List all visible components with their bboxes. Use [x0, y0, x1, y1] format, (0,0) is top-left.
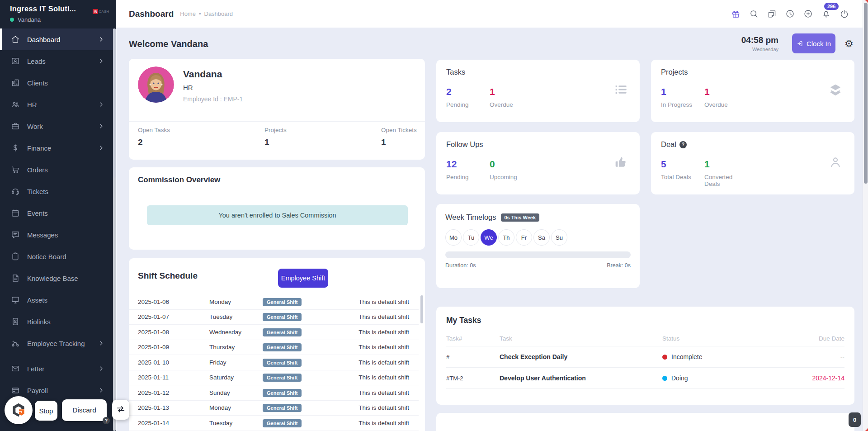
brand-header[interactable]: Ingress IT Soluti... IN CASH Vandana	[0, 0, 116, 28]
shift-day: Saturday	[209, 374, 263, 381]
shift-note: This is default shift	[340, 420, 409, 426]
employee-shift-button[interactable]: Employee Shift	[278, 269, 328, 288]
shift-date: 2025-01-13	[138, 404, 209, 411]
chevron-right-icon	[98, 365, 105, 372]
clock-in-button[interactable]: Clock In	[792, 33, 835, 53]
extension-logo-button[interactable]	[5, 396, 33, 424]
swap-arrows-icon	[116, 404, 126, 414]
bell-icon[interactable]: 296	[821, 9, 831, 19]
sidebar-item-messages[interactable]: Messages	[0, 224, 113, 246]
tickets-icon	[11, 187, 20, 196]
shift-day: Thursday	[209, 344, 263, 350]
sidebar-scrollbar-thumb[interactable]	[113, 28, 116, 178]
gear-icon[interactable]: ⚙	[844, 38, 854, 49]
sidebar-item-employee-tracking[interactable]: Employee Tracking	[0, 332, 113, 354]
brand-logo-primary: IN	[93, 9, 98, 14]
stop-button[interactable]: Stop	[35, 401, 57, 421]
shift-note: This is default shift	[340, 359, 409, 366]
chevron-right-icon	[98, 36, 105, 43]
sidebar-item-letter[interactable]: Letter	[0, 358, 113, 379]
shift-scrollbar-thumb[interactable]	[420, 295, 423, 323]
sidebar-item-label: Assets	[27, 296, 105, 304]
page-scrollbar-thumb[interactable]	[864, 3, 868, 184]
metric-label: Pending	[446, 101, 490, 108]
help-badge[interactable]: ?	[103, 417, 110, 424]
leads-icon	[11, 57, 20, 66]
shift-date: 2025-01-08	[138, 329, 209, 336]
day-pill-su[interactable]: Su	[551, 229, 567, 246]
user-name: Vandana	[18, 16, 41, 23]
metric-in-progress: 1In Progress	[661, 86, 704, 108]
day-pill-sa[interactable]: Sa	[533, 229, 550, 246]
plus-circle-icon[interactable]	[803, 9, 813, 19]
shift-date: 2025-01-12	[138, 389, 209, 396]
notes-icon[interactable]	[767, 9, 777, 19]
sidebar-item-biolinks[interactable]: Biolinks	[0, 311, 113, 332]
sidebar-item-notice-board[interactable]: Notice Board	[0, 246, 113, 267]
sidebar-item-events[interactable]: Events	[0, 202, 113, 224]
sidebar-item-label: Letter	[27, 365, 98, 373]
sidebar-item-assets[interactable]: Assets	[0, 289, 113, 311]
partial-card	[436, 413, 854, 431]
sidebar-item-finance[interactable]: Finance	[0, 137, 113, 159]
history-icon[interactable]	[785, 9, 795, 19]
day-pill-mo[interactable]: Mo	[445, 229, 462, 246]
sidebar-item-leads[interactable]: Leads	[0, 50, 113, 72]
shift-date: 2025-01-07	[138, 313, 209, 320]
discard-button[interactable]: Discard	[62, 399, 107, 421]
corner-mark-top-right	[863, 0, 868, 5]
day-pill-th[interactable]: Th	[498, 229, 514, 246]
chevron-right-icon	[98, 101, 105, 108]
shift-row: 2025-01-07TuesdayGeneral ShiftThis is de…	[129, 310, 419, 325]
dashboard-screen: Ingress IT Soluti... IN CASH Vandana Das…	[0, 0, 868, 431]
my-tasks-card: My Tasks Task# Task Status Due Date #Che…	[436, 307, 854, 405]
help-icon[interactable]: ?	[679, 141, 687, 148]
sidebar-item-hr[interactable]: HR	[0, 94, 113, 115]
sidebar-item-knowledge-base[interactable]: Knowledge Base	[0, 267, 113, 289]
biolinks-icon	[11, 317, 20, 326]
sidebar-item-label: Finance	[27, 144, 98, 152]
avatar[interactable]	[138, 66, 174, 103]
swap-arrows-button[interactable]	[112, 400, 129, 420]
chevron-right-icon	[98, 340, 105, 347]
breadcrumb-separator: •	[199, 10, 201, 17]
sidebar-item-tickets[interactable]: Tickets	[0, 180, 113, 202]
shift-day: Tuesday	[209, 420, 263, 426]
day-pill-we[interactable]: We	[481, 229, 497, 246]
timelog-day-selector: MoTuWeThFrSaSu	[445, 229, 631, 246]
shift-day: Monday	[209, 404, 263, 411]
sidebar-item-label: Tickets	[27, 188, 105, 195]
timelogs-week-badge: 0s This Week	[501, 213, 540, 222]
metric-value: 2	[446, 86, 490, 97]
letter-icon	[11, 364, 20, 373]
gift-icon[interactable]	[731, 9, 741, 19]
breadcrumb-home[interactable]: Home	[180, 10, 196, 17]
day-pill-fr[interactable]: Fr	[516, 229, 532, 246]
task-row[interactable]: #Check Exception DailyIncomplete--	[446, 346, 844, 368]
sidebar-item-dashboard[interactable]: Dashboard	[0, 28, 113, 50]
shift-row: 2025-01-09ThursdayGeneral ShiftThis is d…	[129, 340, 419, 355]
current-weekday: Wednesday	[752, 47, 778, 52]
commission-title: Commission Overview	[138, 175, 220, 185]
task-due-date: --	[786, 353, 844, 360]
finance-icon	[11, 143, 20, 152]
work-icon	[11, 122, 20, 131]
task-row[interactable]: #TM-2Develop User AuthenticationDoing202…	[446, 368, 844, 389]
power-icon[interactable]	[840, 9, 849, 19]
events-icon	[11, 208, 20, 218]
page-scrollbar[interactable]	[863, 0, 868, 431]
shift-row: 2025-01-10FridayGeneral ShiftThis is def…	[129, 355, 419, 370]
task-status: Doing	[662, 374, 786, 382]
widget-count-badge[interactable]: 0	[849, 412, 861, 427]
shift-row: 2025-01-14TuesdayGeneral ShiftThis is de…	[129, 416, 419, 431]
sidebar-scrollbar[interactable]	[113, 28, 116, 431]
day-pill-tu[interactable]: Tu	[463, 229, 479, 246]
sidebar-item-orders[interactable]: Orders	[0, 159, 113, 180]
shift-scrollbar[interactable]	[420, 295, 423, 431]
sidebar-item-work[interactable]: Work	[0, 115, 113, 137]
enter-icon	[797, 40, 803, 47]
week-timelogs-card: Week Timelogs 0s This Week MoTuWeThFrSaS…	[436, 204, 640, 288]
search-icon[interactable]	[749, 9, 759, 19]
sidebar-item-clients[interactable]: Clients	[0, 72, 113, 94]
stat-open-tickets: Open Tickets 1	[381, 127, 417, 147]
